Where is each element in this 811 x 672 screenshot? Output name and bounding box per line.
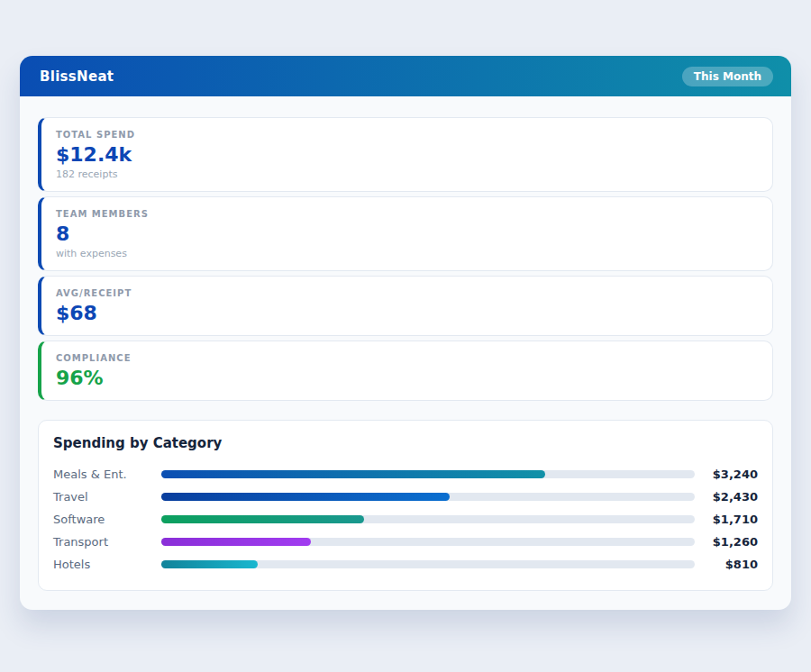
bar-fill [161, 493, 450, 501]
stat-label: COMPLIANCE [56, 353, 758, 363]
category-row-travel: Travel $2,430 [53, 486, 758, 508]
category-row-hotels: Hotels $810 [53, 553, 758, 576]
stat-label: AVG/RECEIPT [56, 288, 758, 298]
category-label: Software [53, 513, 161, 526]
bar-fill [161, 515, 364, 523]
category-label: Meals & Ent. [53, 468, 161, 481]
category-row-software: Software $1,710 [53, 508, 758, 531]
stat-value: $68 [56, 302, 758, 324]
app-header: BlissNeat This Month [20, 56, 791, 96]
bar-fill [161, 560, 258, 568]
stat-value: $12.4k [56, 143, 758, 166]
category-row-transport: Transport $1,260 [53, 531, 758, 553]
bar-fill [161, 470, 545, 478]
bar-track [161, 515, 695, 523]
stat-subtext: 182 receipts [56, 168, 758, 180]
app-title: BlissNeat [40, 68, 114, 85]
bar-track [161, 560, 695, 568]
page-background: BlissNeat This Month TOTAL SPEND $12.4k … [0, 0, 811, 672]
category-label: Travel [53, 490, 161, 504]
period-badge[interactable]: This Month [682, 67, 773, 86]
section-title: Spending by Category [53, 435, 758, 451]
bar-track [161, 470, 695, 478]
stat-label: TEAM MEMBERS [56, 209, 758, 219]
stat-subtext: with expenses [56, 248, 758, 259]
app-card: BlissNeat This Month TOTAL SPEND $12.4k … [20, 56, 791, 610]
stat-label: TOTAL SPEND [56, 130, 758, 140]
category-amount: $1,260 [702, 535, 758, 549]
stat-value: 8 [56, 222, 758, 245]
bar-track [161, 493, 695, 501]
category-amount: $3,240 [702, 468, 758, 481]
stat-value: 96% [56, 367, 758, 389]
category-amount: $1,710 [702, 513, 758, 526]
stat-card-compliance: COMPLIANCE 96% [38, 341, 773, 401]
category-amount: $2,430 [702, 490, 758, 504]
category-amount: $810 [702, 558, 758, 571]
stats-section: TOTAL SPEND $12.4k 182 receipts TEAM MEM… [20, 96, 791, 401]
category-label: Transport [53, 535, 161, 549]
bar-track [161, 538, 695, 546]
stat-card-total-spend: TOTAL SPEND $12.4k 182 receipts [38, 117, 773, 192]
stat-card-team-members: TEAM MEMBERS 8 with expenses [38, 196, 773, 271]
spending-card: Spending by Category Meals & Ent. $3,240… [38, 420, 773, 591]
bar-fill [161, 538, 311, 546]
category-label: Hotels [53, 558, 161, 571]
category-row-meals: Meals & Ent. $3,240 [53, 463, 758, 486]
stat-card-avg-receipt: AVG/RECEIPT $68 [38, 276, 773, 336]
